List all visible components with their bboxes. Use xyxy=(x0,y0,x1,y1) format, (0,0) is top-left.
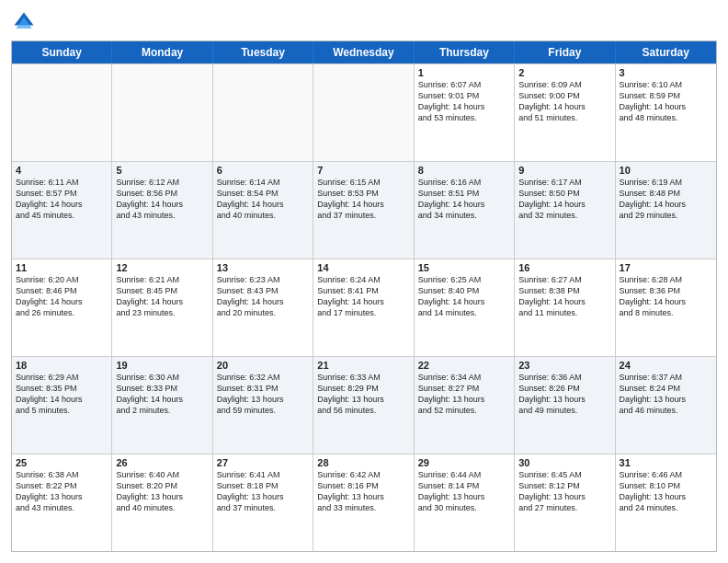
day-info: Sunrise: 6:17 AM Sunset: 8:50 PM Dayligh… xyxy=(518,177,610,222)
day-info: Sunrise: 6:32 AM Sunset: 8:31 PM Dayligh… xyxy=(217,372,309,417)
day-info: Sunrise: 6:10 AM Sunset: 8:59 PM Dayligh… xyxy=(620,79,712,124)
day-cell-26: 26Sunrise: 6:40 AM Sunset: 8:20 PM Dayli… xyxy=(112,454,212,551)
header-day-friday: Friday xyxy=(515,41,615,63)
day-number: 22 xyxy=(418,360,510,371)
day-info: Sunrise: 6:23 AM Sunset: 8:43 PM Dayligh… xyxy=(217,274,309,319)
day-info: Sunrise: 6:33 AM Sunset: 8:29 PM Dayligh… xyxy=(317,372,409,417)
day-cell-28: 28Sunrise: 6:42 AM Sunset: 8:16 PM Dayli… xyxy=(313,454,414,551)
day-number: 27 xyxy=(217,457,309,468)
day-cell-23: 23Sunrise: 6:36 AM Sunset: 8:26 PM Dayli… xyxy=(515,357,615,454)
day-number: 12 xyxy=(116,262,208,273)
calendar-body: 1Sunrise: 6:07 AM Sunset: 9:01 PM Daylig… xyxy=(12,63,716,551)
header-day-saturday: Saturday xyxy=(616,41,716,63)
day-number: 21 xyxy=(317,360,409,371)
day-info: Sunrise: 6:44 AM Sunset: 8:14 PM Dayligh… xyxy=(418,469,510,514)
day-cell-15: 15Sunrise: 6:25 AM Sunset: 8:40 PM Dayli… xyxy=(415,259,515,356)
day-cell-13: 13Sunrise: 6:23 AM Sunset: 8:43 PM Dayli… xyxy=(213,259,313,356)
day-number: 20 xyxy=(217,360,309,371)
day-cell-10: 10Sunrise: 6:19 AM Sunset: 8:48 PM Dayli… xyxy=(616,162,716,259)
day-info: Sunrise: 6:28 AM Sunset: 8:36 PM Dayligh… xyxy=(620,274,712,319)
day-info: Sunrise: 6:46 AM Sunset: 8:10 PM Dayligh… xyxy=(620,469,712,514)
day-info: Sunrise: 6:30 AM Sunset: 8:33 PM Dayligh… xyxy=(116,372,208,417)
day-cell-18: 18Sunrise: 6:29 AM Sunset: 8:35 PM Dayli… xyxy=(12,357,112,454)
logo-icon xyxy=(11,9,37,35)
day-number: 19 xyxy=(116,360,208,371)
day-cell-8: 8Sunrise: 6:16 AM Sunset: 8:51 PM Daylig… xyxy=(415,162,515,259)
day-info: Sunrise: 6:15 AM Sunset: 8:53 PM Dayligh… xyxy=(317,177,409,222)
header-day-thursday: Thursday xyxy=(415,41,515,63)
day-number: 13 xyxy=(217,262,309,273)
day-cell-16: 16Sunrise: 6:27 AM Sunset: 8:38 PM Dayli… xyxy=(515,259,615,356)
week-row-1: 1Sunrise: 6:07 AM Sunset: 9:01 PM Daylig… xyxy=(12,63,716,161)
day-info: Sunrise: 6:36 AM Sunset: 8:26 PM Dayligh… xyxy=(518,372,610,417)
day-number: 26 xyxy=(116,457,208,468)
day-info: Sunrise: 6:09 AM Sunset: 9:00 PM Dayligh… xyxy=(518,79,610,124)
calendar: SundayMondayTuesdayWednesdayThursdayFrid… xyxy=(11,40,717,552)
day-number: 1 xyxy=(418,67,510,78)
day-info: Sunrise: 6:27 AM Sunset: 8:38 PM Dayligh… xyxy=(518,274,610,319)
day-number: 24 xyxy=(620,360,712,371)
day-number: 4 xyxy=(16,165,108,176)
day-cell-14: 14Sunrise: 6:24 AM Sunset: 8:41 PM Dayli… xyxy=(313,259,414,356)
empty-cell xyxy=(112,64,212,161)
day-number: 6 xyxy=(217,165,309,176)
day-info: Sunrise: 6:11 AM Sunset: 8:57 PM Dayligh… xyxy=(16,177,108,222)
week-row-3: 11Sunrise: 6:20 AM Sunset: 8:46 PM Dayli… xyxy=(12,259,716,356)
day-cell-30: 30Sunrise: 6:45 AM Sunset: 8:12 PM Dayli… xyxy=(515,454,615,551)
day-info: Sunrise: 6:07 AM Sunset: 9:01 PM Dayligh… xyxy=(418,79,510,124)
day-cell-21: 21Sunrise: 6:33 AM Sunset: 8:29 PM Dayli… xyxy=(313,357,414,454)
day-cell-19: 19Sunrise: 6:30 AM Sunset: 8:33 PM Dayli… xyxy=(112,357,212,454)
day-number: 11 xyxy=(16,262,108,273)
day-cell-17: 17Sunrise: 6:28 AM Sunset: 8:36 PM Dayli… xyxy=(616,259,716,356)
day-info: Sunrise: 6:42 AM Sunset: 8:16 PM Dayligh… xyxy=(317,469,409,514)
day-cell-4: 4Sunrise: 6:11 AM Sunset: 8:57 PM Daylig… xyxy=(12,162,112,259)
day-number: 5 xyxy=(116,165,208,176)
day-info: Sunrise: 6:19 AM Sunset: 8:48 PM Dayligh… xyxy=(620,177,712,222)
day-number: 3 xyxy=(620,67,712,78)
empty-cell xyxy=(12,64,112,161)
day-number: 23 xyxy=(518,360,610,371)
calendar-header-row: SundayMondayTuesdayWednesdayThursdayFrid… xyxy=(12,41,716,63)
day-number: 29 xyxy=(418,457,510,468)
day-number: 2 xyxy=(518,67,610,78)
day-cell-11: 11Sunrise: 6:20 AM Sunset: 8:46 PM Dayli… xyxy=(12,259,112,356)
header-day-tuesday: Tuesday xyxy=(213,41,313,63)
day-cell-31: 31Sunrise: 6:46 AM Sunset: 8:10 PM Dayli… xyxy=(616,454,716,551)
page: SundayMondayTuesdayWednesdayThursdayFrid… xyxy=(0,0,728,563)
day-cell-24: 24Sunrise: 6:37 AM Sunset: 8:24 PM Dayli… xyxy=(616,357,716,454)
day-cell-25: 25Sunrise: 6:38 AM Sunset: 8:22 PM Dayli… xyxy=(12,454,112,551)
day-cell-20: 20Sunrise: 6:32 AM Sunset: 8:31 PM Dayli… xyxy=(213,357,313,454)
day-info: Sunrise: 6:38 AM Sunset: 8:22 PM Dayligh… xyxy=(16,469,108,514)
header-day-wednesday: Wednesday xyxy=(313,41,414,63)
week-row-2: 4Sunrise: 6:11 AM Sunset: 8:57 PM Daylig… xyxy=(12,161,716,259)
day-info: Sunrise: 6:21 AM Sunset: 8:45 PM Dayligh… xyxy=(116,274,208,319)
day-cell-9: 9Sunrise: 6:17 AM Sunset: 8:50 PM Daylig… xyxy=(515,162,615,259)
day-number: 28 xyxy=(317,457,409,468)
day-number: 7 xyxy=(317,165,409,176)
day-info: Sunrise: 6:16 AM Sunset: 8:51 PM Dayligh… xyxy=(418,177,510,222)
day-number: 8 xyxy=(418,165,510,176)
day-info: Sunrise: 6:20 AM Sunset: 8:46 PM Dayligh… xyxy=(16,274,108,319)
day-cell-12: 12Sunrise: 6:21 AM Sunset: 8:45 PM Dayli… xyxy=(112,259,212,356)
day-info: Sunrise: 6:41 AM Sunset: 8:18 PM Dayligh… xyxy=(217,469,309,514)
day-number: 25 xyxy=(16,457,108,468)
day-cell-7: 7Sunrise: 6:15 AM Sunset: 8:53 PM Daylig… xyxy=(313,162,414,259)
day-info: Sunrise: 6:34 AM Sunset: 8:27 PM Dayligh… xyxy=(418,372,510,417)
day-cell-1: 1Sunrise: 6:07 AM Sunset: 9:01 PM Daylig… xyxy=(415,64,515,161)
week-row-5: 25Sunrise: 6:38 AM Sunset: 8:22 PM Dayli… xyxy=(12,454,716,551)
day-number: 31 xyxy=(620,457,712,468)
day-number: 15 xyxy=(418,262,510,273)
day-number: 30 xyxy=(518,457,610,468)
day-cell-27: 27Sunrise: 6:41 AM Sunset: 8:18 PM Dayli… xyxy=(213,454,313,551)
day-cell-5: 5Sunrise: 6:12 AM Sunset: 8:56 PM Daylig… xyxy=(112,162,212,259)
day-number: 10 xyxy=(620,165,712,176)
day-cell-2: 2Sunrise: 6:09 AM Sunset: 9:00 PM Daylig… xyxy=(515,64,615,161)
week-row-4: 18Sunrise: 6:29 AM Sunset: 8:35 PM Dayli… xyxy=(12,356,716,454)
day-info: Sunrise: 6:12 AM Sunset: 8:56 PM Dayligh… xyxy=(116,177,208,222)
day-info: Sunrise: 6:40 AM Sunset: 8:20 PM Dayligh… xyxy=(116,469,208,514)
header-day-sunday: Sunday xyxy=(12,41,112,63)
header xyxy=(11,9,717,35)
day-info: Sunrise: 6:37 AM Sunset: 8:24 PM Dayligh… xyxy=(620,372,712,417)
day-cell-22: 22Sunrise: 6:34 AM Sunset: 8:27 PM Dayli… xyxy=(415,357,515,454)
day-info: Sunrise: 6:45 AM Sunset: 8:12 PM Dayligh… xyxy=(518,469,610,514)
